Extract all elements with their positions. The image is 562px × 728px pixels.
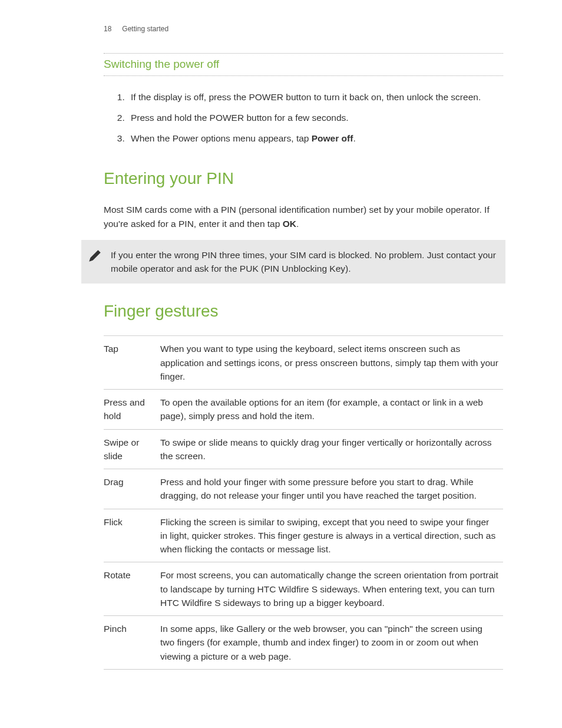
table-row: TapWhen you want to type using the keybo… [104, 336, 503, 390]
pin-paragraph: Most SIM cards come with a PIN (personal… [104, 203, 503, 230]
gesture-description: When you want to type using the keyboard… [160, 336, 503, 390]
power-off-steps: If the display is off, press the POWER b… [127, 90, 503, 146]
chapter-title: Getting started [122, 24, 168, 34]
gesture-description: Press and hold your finger with some pre… [160, 469, 503, 509]
gesture-description: To open the available options for an ite… [160, 390, 503, 430]
table-row: Swipe or slideTo swipe or slide means to… [104, 429, 503, 469]
gesture-description: To swipe or slide means to quickly drag … [160, 429, 503, 469]
table-row: PinchIn some apps, like Gallery or the w… [104, 616, 503, 670]
gesture-description: Flicking the screen is similar to swipin… [160, 509, 503, 562]
gesture-description: For most screens, you can automatically … [160, 562, 503, 616]
table-row: Press and holdTo open the available opti… [104, 390, 503, 430]
step-text-post: . [353, 133, 355, 143]
step-item: If the display is off, press the POWER b… [127, 90, 503, 104]
step-item: Press and hold the POWER button for a fe… [127, 111, 503, 124]
gesture-term: Flick [104, 509, 160, 562]
pin-text-bold: OK [283, 219, 296, 229]
note-block: If you enter the wrong PIN three times, … [81, 240, 505, 284]
step-text-pre: When the Power options menu appears, tap [131, 133, 312, 143]
step-item: When the Power options menu appears, tap… [127, 131, 503, 145]
step-text: Press and hold the POWER button for a fe… [131, 113, 349, 123]
subheading-power-off: Switching the power off [104, 53, 503, 76]
table-row: RotateFor most screens, you can automati… [104, 562, 503, 616]
gesture-term: Drag [104, 469, 160, 509]
page-header: 18 Getting started [104, 24, 503, 34]
heading-finger-gestures: Finger gestures [104, 299, 503, 324]
step-text-bold: Power off [312, 133, 353, 143]
note-text: If you enter the wrong PIN three times, … [111, 250, 496, 274]
table-row: FlickFlicking the screen is similar to s… [104, 509, 503, 562]
step-text: If the display is off, press the POWER b… [131, 92, 481, 102]
pin-text-post: . [296, 219, 299, 229]
page-number: 18 [104, 24, 111, 34]
gesture-term: Press and hold [104, 390, 160, 430]
gestures-table: TapWhen you want to type using the keybo… [104, 335, 503, 670]
gesture-term: Swipe or slide [104, 429, 160, 469]
gesture-term: Rotate [104, 562, 160, 616]
gesture-term: Tap [104, 336, 160, 390]
pencil-icon [87, 248, 103, 263]
table-row: DragPress and hold your finger with some… [104, 469, 503, 509]
gesture-description: In some apps, like Gallery or the web br… [160, 616, 503, 670]
heading-entering-pin: Entering your PIN [104, 166, 503, 191]
gesture-term: Pinch [104, 616, 160, 670]
